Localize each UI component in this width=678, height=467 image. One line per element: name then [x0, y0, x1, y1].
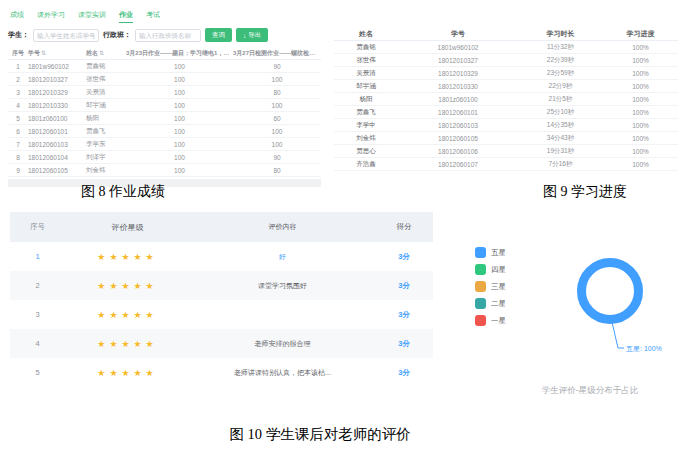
student-input[interactable]: [33, 29, 99, 42]
table-row: 齐浩鑫 18012060107 7分16秒 100%: [334, 158, 678, 171]
cell-assignment-1-score: 100: [126, 128, 233, 135]
cell-student-id: 18012060101: [28, 128, 86, 135]
homework-table-header: 序号 学号⇅ 姓名⇅ 3月23日作业——题目：学习继电1，同类几何尺寸的检测原则…: [8, 47, 321, 60]
legend-swatch: [475, 315, 486, 326]
cell-duration: 11分32秒: [518, 43, 603, 52]
cell-score-link[interactable]: 3分: [375, 368, 433, 378]
cell-progress: 100%: [603, 122, 678, 129]
cell-name: 刘金炜: [334, 134, 398, 143]
cell-score-link[interactable]: 3分: [375, 339, 433, 349]
table-row: 2 18012010327 张世伟 100 100: [8, 73, 321, 86]
legend-swatch: [475, 264, 486, 275]
cell-duration: 21分5秒: [518, 95, 603, 104]
cell-progress: 100%: [603, 135, 678, 142]
cell-name: 杨阳: [334, 95, 398, 104]
donut-label: 五星: 100%: [626, 344, 662, 354]
legend-label: 五星: [491, 248, 506, 258]
cell-name: 齐浩鑫: [334, 160, 398, 169]
donut-chart[interactable]: [577, 258, 643, 324]
table-row: 4 ★★★★★ 老师安排的很合理 3分: [10, 329, 433, 358]
search-button[interactable]: 查询: [205, 28, 232, 42]
cell-name: 刘金炜: [86, 166, 126, 175]
cell-student-id: 18012060106: [398, 148, 518, 155]
student-label: 学生：: [8, 30, 29, 40]
col-index: 序号: [10, 222, 65, 232]
evaluation-table-body: 1 ★★★★★ 好 3分 2 ★★★★★ 课堂学习氛围好 3分 3 ★★★★★: [10, 242, 433, 387]
cell-assignment-1-score: 100: [126, 115, 233, 122]
class-input[interactable]: [135, 29, 201, 42]
col-duration: 学习时长: [518, 29, 603, 39]
cell-assignment-1-score: 100: [126, 89, 233, 96]
evaluation-panel: 序号 评价星级 评价内容 得分 1 ★★★★★ 好 3分 2 ★★★★★ 课堂学…: [10, 212, 433, 387]
figure9-caption: 图 9 学习进度: [470, 183, 678, 201]
cell-name: 贾鑫飞: [334, 108, 398, 117]
star-rating: ★★★★★: [65, 310, 190, 320]
cell-index: 1: [8, 63, 28, 70]
cell-assignment-2-score: 60: [233, 115, 321, 122]
star-rating: ★★★★★: [65, 281, 190, 291]
cell-assignment-2-score: 80: [233, 167, 321, 174]
progress-table-header: 姓名 学号 学习时长 学习进度: [334, 27, 678, 41]
export-icon: ↓: [243, 32, 246, 39]
cell-score-link[interactable]: 3分: [375, 252, 433, 262]
tab[interactable]: 成绩: [10, 10, 24, 23]
star-rating: ★★★★★: [65, 252, 190, 262]
cell-index: 6: [8, 128, 28, 135]
cell-student-id: 18012060105: [398, 135, 518, 142]
cell-student-id: 18012060104: [28, 154, 86, 161]
cell-index: 7: [8, 141, 28, 148]
legend-swatch: [475, 281, 486, 292]
learning-progress-panel: 姓名 学号 学习时长 学习进度 贾鑫铭 1801w960102 11分32秒 1…: [334, 27, 678, 171]
legend-item[interactable]: 四星: [475, 264, 506, 275]
table-row: 贾鑫飞 18012060101 25分10秒 100%: [334, 106, 678, 119]
cell-name: 杨阳: [86, 114, 126, 123]
cell-score-link[interactable]: 3分: [375, 310, 433, 320]
class-label: 行政班：: [103, 30, 131, 40]
table-row: 杨阳 1801z060100 21分5秒 100%: [334, 93, 678, 106]
cell-progress: 100%: [603, 109, 678, 116]
legend-swatch: [475, 298, 486, 309]
sort-icon[interactable]: ⇅: [99, 50, 104, 56]
cell-student-id: 18012060107: [398, 161, 518, 168]
table-row: 6 18012060101 贾鑫飞 100 100: [8, 125, 321, 138]
cell-duration: 14分35秒: [518, 121, 603, 130]
col-content: 评价内容: [190, 222, 375, 232]
table-row: 9 18012060105 刘金炜 100 80: [8, 164, 321, 177]
col-assignment-1: 3月23日作业——题目：学习继电1，同类几何尺寸的检测原则和检测方法...: [126, 49, 233, 58]
legend-item[interactable]: 五星: [475, 247, 506, 258]
cell-assignment-1-score: 100: [126, 76, 233, 83]
cell-assignment-1-score: 100: [126, 141, 233, 148]
table-row: 5 ★★★★★ 老师讲课特别认真，把本该枯... 3分: [10, 358, 433, 387]
tab[interactable]: 考试: [146, 10, 160, 23]
cell-name: 邹宇涵: [86, 101, 126, 110]
table-row: 2 ★★★★★ 课堂学习氛围好 3分: [10, 271, 433, 300]
cell-assignment-2-score: 90: [233, 154, 321, 161]
cell-student-id: 18012010329: [28, 89, 86, 96]
legend-label: 四星: [491, 265, 506, 275]
cell-duration: 34分43秒: [518, 134, 603, 143]
legend-item[interactable]: 二星: [475, 298, 506, 309]
cell-index: 5: [10, 368, 65, 377]
cell-index: 1: [10, 252, 65, 261]
cell-index: 2: [8, 76, 28, 83]
legend-item[interactable]: 一星: [475, 315, 506, 326]
tab[interactable]: 课外学习: [37, 10, 65, 23]
col-star-rating: 评价星级: [65, 222, 190, 233]
cell-content: 课堂学习氛围好: [190, 281, 375, 291]
tab[interactable]: 课堂实训: [78, 10, 106, 23]
cell-content: 好: [190, 252, 375, 262]
export-button[interactable]: ↓导出: [236, 28, 268, 42]
cell-name: 刘泽宇: [86, 153, 126, 162]
cell-duration: 19分31秒: [518, 147, 603, 156]
table-row: 3 ★★★★★ 3分: [10, 300, 433, 329]
cell-score-link[interactable]: 3分: [375, 281, 433, 291]
cell-index: 2: [10, 281, 65, 290]
homework-table-body: 1 1801w960102 贾鑫铭 100 90 2 18012010327 张…: [8, 60, 321, 177]
cell-duration: 22分9秒: [518, 82, 603, 91]
cell-name: 吴景清: [334, 69, 398, 78]
cell-name: 贾思心: [334, 147, 398, 156]
tab[interactable]: 作业: [119, 10, 133, 23]
legend-item[interactable]: 三星: [475, 281, 506, 292]
cell-student-id: 18012060103: [28, 141, 86, 148]
sort-icon[interactable]: ⇅: [41, 50, 46, 56]
